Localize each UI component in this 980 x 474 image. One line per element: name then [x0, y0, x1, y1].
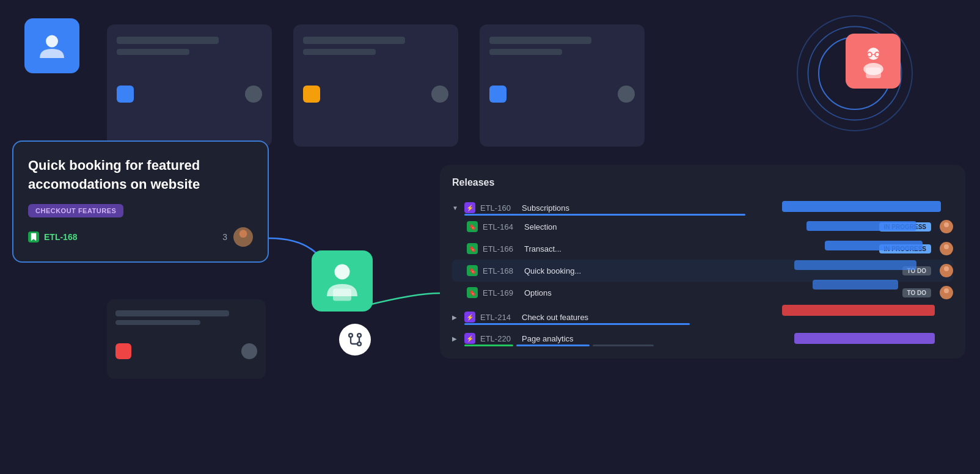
- bg-card-3: [480, 24, 645, 147]
- gantt-bar-169: [813, 280, 898, 290]
- placeholder-bar: [489, 37, 591, 44]
- lightning-badge-220: ⚡: [464, 333, 475, 344]
- release-id: ETL-168: [483, 266, 519, 275]
- gantt-bar-160: [782, 201, 941, 212]
- green-avatar: [312, 250, 373, 312]
- bg-card-2: [293, 24, 458, 147]
- releases-title: Releases: [452, 177, 953, 188]
- expand-chevron-214: ▶: [452, 314, 459, 321]
- releases-panel: Releases ▼ ⚡ ETL-160 Subscriptions 🔖 ETL…: [440, 165, 965, 359]
- release-id: ETL-160: [480, 203, 517, 213]
- feature-card-title: Quick booking for featured accomodations…: [28, 156, 253, 194]
- svg-rect-10: [333, 289, 351, 301]
- lightning-badge: ⚡: [464, 202, 475, 213]
- green-user-icon: [321, 260, 364, 302]
- placeholder-bar-sm: [115, 310, 229, 316]
- feature-card: Quick booking for featured accomodations…: [12, 140, 269, 263]
- expand-chevron-220: ▶: [452, 335, 459, 342]
- bookmark-icon: [28, 232, 39, 242]
- color-dot-blue2: [489, 86, 506, 103]
- progress-bar-220-green: [464, 345, 513, 346]
- gantt-bar-164: [806, 221, 916, 231]
- bookmark-badge: 🔖: [467, 265, 478, 276]
- assignee-avatar: [233, 227, 253, 247]
- placeholder-bar-sm2: [115, 320, 200, 325]
- bookmark-badge: 🔖: [467, 243, 478, 254]
- etl-id: ETL-168: [28, 232, 77, 242]
- placeholder-bar: [117, 37, 219, 44]
- bookmark-badge: 🔖: [467, 287, 478, 298]
- user-silhouette-pink: [857, 45, 890, 78]
- placeholder-bar: [303, 49, 376, 55]
- svg-rect-3: [866, 67, 881, 78]
- color-dot-red: [115, 343, 131, 359]
- svg-point-13: [357, 334, 361, 337]
- scene: Quick booking for featured accomodations…: [0, 0, 980, 474]
- bookmark-badge: 🔖: [467, 221, 478, 232]
- svg-point-12: [357, 342, 361, 346]
- progress-bar-214: [464, 323, 690, 325]
- pink-avatar: [846, 34, 901, 89]
- color-dot-gray-sm: [241, 343, 257, 359]
- release-id-220: ETL-220: [480, 334, 517, 343]
- release-id: ETL-169: [483, 288, 519, 297]
- release-id: ETL-166: [483, 244, 519, 253]
- color-dot-gray: [431, 86, 448, 103]
- color-dot-blue: [117, 86, 134, 103]
- gantt-bar-166: [825, 241, 923, 250]
- color-dot-gray2: [618, 86, 635, 103]
- svg-point-8: [240, 230, 247, 238]
- placeholder-bar: [117, 49, 189, 55]
- svg-point-1: [867, 48, 879, 60]
- placeholder-bar: [489, 49, 562, 55]
- color-dot-gray: [245, 86, 262, 103]
- progress-bar-220-gray: [593, 345, 654, 346]
- svg-point-11: [349, 334, 353, 337]
- color-dot-yellow: [303, 86, 320, 103]
- pr-circle: [339, 324, 371, 356]
- card-footer: ETL-168 3: [28, 227, 253, 247]
- gantt-bar-168: [794, 260, 916, 270]
- user-silhouette-blue: [37, 31, 67, 61]
- blue-avatar: [24, 18, 79, 73]
- gantt-bars: [782, 197, 953, 351]
- small-card: [107, 299, 266, 379]
- comment-count: 3: [222, 227, 253, 247]
- release-id: ETL-164: [483, 222, 519, 232]
- svg-point-0: [46, 35, 58, 48]
- lightning-badge-214: ⚡: [464, 312, 475, 323]
- release-id-214: ETL-214: [480, 313, 517, 322]
- progress-bar-220-blue: [516, 345, 590, 346]
- bg-card-1: [107, 24, 272, 147]
- git-pr-icon: [346, 331, 364, 348]
- assignee-icon: [233, 227, 253, 247]
- expand-chevron: ▼: [452, 205, 459, 211]
- gantt-bar-220: [794, 333, 935, 344]
- checkout-badge: CHECKOUT FEATURES: [28, 204, 123, 217]
- svg-point-9: [335, 264, 350, 280]
- gantt-bar-214: [782, 305, 935, 316]
- placeholder-bar: [303, 37, 405, 44]
